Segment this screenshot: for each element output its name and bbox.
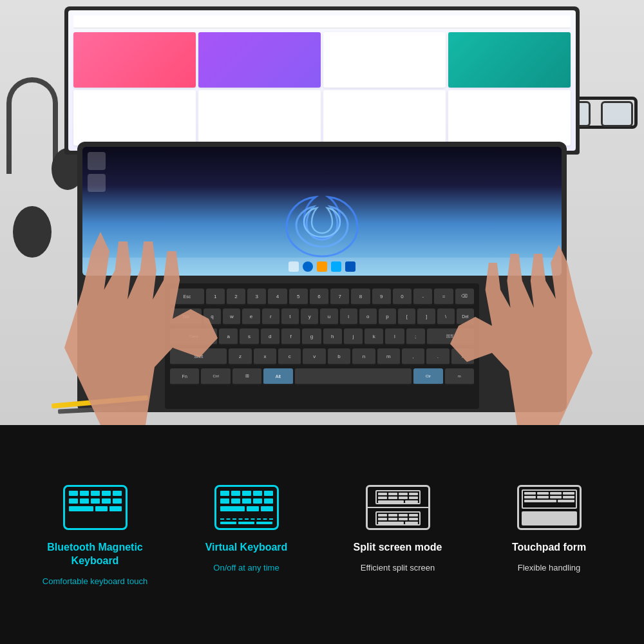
key-5: 5 [289, 289, 308, 305]
key-fn: Fn [170, 368, 199, 385]
key-c: c [278, 348, 301, 365]
key-i: i [340, 308, 357, 325]
key-w: w [223, 308, 240, 325]
feature-bluetooth-keyboard: Bluetooth Magnetic Keyboard Comfortable … [26, 482, 164, 587]
touchpad-icon-container [514, 482, 585, 533]
taskbar-icon-files [317, 261, 327, 272]
split-screen-subtitle: Efficient split screen [361, 562, 435, 574]
key-p: p [379, 308, 396, 325]
key-b: b [328, 348, 350, 365]
windows-swirl [277, 185, 367, 263]
split-screen-bottom-area [368, 508, 428, 528]
taskbar-icon-store [331, 261, 341, 272]
touchpad-pad-area [522, 511, 577, 526]
key-f: f [281, 328, 300, 345]
key-6: 6 [310, 289, 328, 305]
key-alt: Alt [263, 368, 292, 385]
split-screen-bottom-keyboard [375, 511, 421, 526]
key-o: o [359, 308, 377, 325]
bluetooth-keyboard-icon-container [60, 482, 131, 533]
keyboard-row-1: Esc 1 2 3 4 5 6 7 8 9 0 - = ⌫ [170, 289, 474, 305]
key-space [295, 368, 412, 385]
feature-split-screen: Split screen mode Efficient split screen [328, 482, 467, 587]
key-8: 8 [351, 289, 370, 305]
split-screen-top-area [368, 487, 428, 508]
key-win: ⊞ [232, 368, 261, 385]
key-semicolon: ; [406, 328, 425, 345]
key-period: . [426, 348, 449, 365]
feature-virtual-keyboard: Virtual Keyboard On/off at any time [177, 482, 316, 587]
virtual-keyboard-icon [214, 485, 279, 530]
desktop-icon-2 [88, 174, 106, 192]
key-s: s [240, 328, 258, 345]
key-z: z [229, 348, 251, 365]
key-ctrl-r: Ctr [413, 368, 442, 385]
keyboard-row-2: Tab q w e r t y u i o p [ ] \ Del [170, 308, 474, 325]
key-rbracket: ] [417, 308, 435, 325]
key-x: x [254, 348, 276, 365]
key-l: l [385, 328, 404, 345]
key-n: n [352, 348, 375, 365]
key-minus: - [413, 289, 432, 305]
key-g: g [302, 328, 321, 345]
external-monitor [64, 6, 580, 155]
key-9: 9 [372, 289, 391, 305]
key-backslash: \ [437, 308, 455, 325]
key-j: j [344, 328, 363, 345]
virtual-keyboard-title: Virtual Keyboard [205, 541, 288, 554]
key-t: t [281, 308, 299, 325]
taskbar-icon-search [289, 261, 299, 272]
desktop-icon-1 [88, 152, 106, 170]
key-ctrl: Ctrl [201, 368, 230, 385]
touchpad-icon [517, 485, 582, 530]
key-e: e [242, 308, 260, 325]
product-photo: Esc 1 2 3 4 5 6 7 8 9 0 - = ⌫ Tab q w e [0, 0, 644, 425]
taskbar-icon-edge [303, 261, 313, 272]
keyboard-row-4: Shift z x c v b n m , . / [170, 348, 474, 365]
key-r: r [262, 308, 279, 325]
key-k: k [365, 328, 383, 345]
split-screen-title: Split screen mode [354, 541, 442, 554]
touchpad-title: Touchpad form [512, 541, 586, 554]
split-screen-top-keyboard [375, 490, 421, 504]
virtual-keyboard-icon-container [211, 482, 282, 533]
key-y: y [301, 308, 318, 325]
bluetooth-keyboard-title: Bluetooth Magnetic Keyboard [26, 541, 164, 568]
desktop-icons [88, 152, 106, 192]
monitor-screen [68, 10, 576, 151]
split-screen-icon [366, 485, 430, 530]
key-m: m [377, 348, 400, 365]
features-section: Bluetooth Magnetic Keyboard Comfortable … [0, 425, 644, 644]
virtual-keyboard-subtitle: On/off at any time [213, 562, 279, 574]
key-v: v [303, 348, 325, 365]
key-equals: = [434, 289, 453, 305]
features-grid: Bluetooth Magnetic Keyboard Comfortable … [26, 482, 618, 587]
laptop-keyboard: Esc 1 2 3 4 5 6 7 8 9 0 - = ⌫ Tab q w e [165, 283, 479, 409]
key-extra: m [445, 368, 474, 385]
touchpad-subtitle: Flexible handling [518, 562, 581, 574]
key-d: d [261, 328, 279, 345]
key-lbracket: [ [398, 308, 415, 325]
key-comma: , [402, 348, 424, 365]
bluetooth-keyboard-subtitle: Comfortable keyboard touch [43, 576, 147, 587]
key-7: 7 [330, 289, 349, 305]
touchpad-keys-area [522, 489, 577, 509]
key-a: a [219, 328, 238, 345]
key-4: 4 [268, 289, 287, 305]
key-0: 0 [393, 289, 412, 305]
keyboard-row-5: Fn Ctrl ⊞ Alt Ctr m [170, 368, 474, 385]
split-screen-icon-container [363, 482, 433, 533]
key-h: h [323, 328, 342, 345]
key-backspace: ⌫ [455, 289, 474, 305]
bluetooth-keyboard-icon [63, 485, 128, 530]
key-1: 1 [206, 289, 225, 305]
feature-touchpad: Touchpad form Flexible handling [480, 482, 618, 587]
key-2: 2 [227, 289, 245, 305]
taskbar-icon-mail [345, 261, 355, 272]
key-3: 3 [247, 289, 266, 305]
key-u: u [320, 308, 337, 325]
